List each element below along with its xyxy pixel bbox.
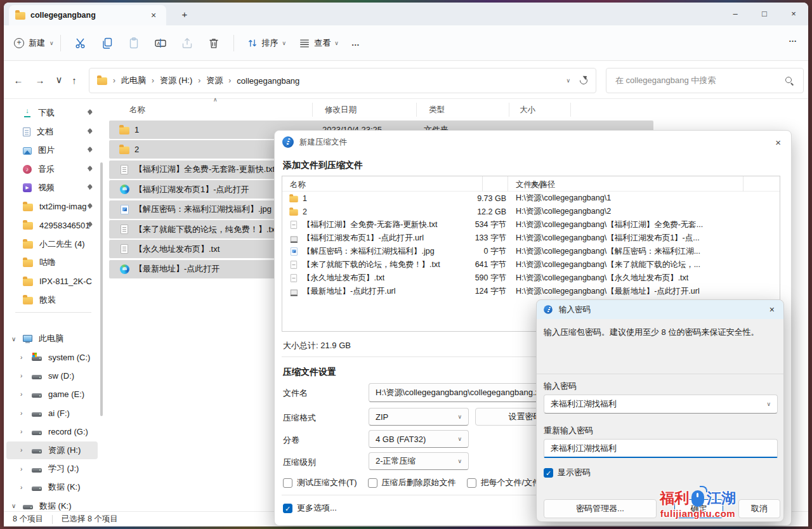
search-input[interactable]: 在 collegegangbang 中搜索 — [606, 68, 804, 93]
archive-row-4[interactable]: 【福利江湖发布页1】-点此打开.url133 字节H:\资源\collegega… — [282, 232, 780, 245]
sidebar-item-7[interactable]: 42958346501 — [6, 216, 98, 234]
tree-item-1[interactable]: ∨此电脑 — [6, 330, 98, 348]
volume-select[interactable]: 4 GB (FAT32) ∨ — [369, 430, 469, 448]
chevron-right-icon[interactable]: › — [20, 466, 22, 473]
new-button[interactable]: 新建 ∨ — [14, 37, 54, 49]
column-name[interactable]: 名称 — [290, 180, 306, 190]
show-password-checkbox[interactable]: 显示密码 — [544, 467, 591, 478]
refresh-icon[interactable] — [579, 76, 588, 85]
sort-button[interactable]: 排序 ∨ — [240, 37, 293, 49]
see-more-button[interactable]: … — [345, 38, 367, 48]
tree-item-6[interactable]: ›record (G:) — [6, 423, 98, 441]
zip-option-checkbox-1[interactable]: 测试压缩文件(T) — [283, 477, 357, 488]
close-icon[interactable]: × — [775, 137, 781, 148]
more-options-checkbox[interactable]: 更多选项... — [283, 502, 337, 514]
checkbox-checked-icon[interactable] — [283, 504, 292, 513]
share-button[interactable] — [174, 32, 200, 54]
checkbox-unchecked-icon[interactable] — [368, 478, 377, 488]
forward-button[interactable]: → — [32, 72, 48, 88]
level-select[interactable]: 2-正常压缩 ∨ — [369, 452, 469, 470]
archive-row-8[interactable]: 【最新地址】-点此打开.url124 字节H:\资源\collegegangba… — [282, 285, 780, 298]
chevron-right-icon[interactable]: › — [20, 428, 22, 435]
close-button[interactable]: × — [779, 3, 808, 24]
zip-option-checkbox-2[interactable]: 压缩后删除原始文件 — [368, 477, 456, 488]
tab-collegegangbang[interactable]: collegegangbang × — [9, 5, 166, 25]
sidebar-item-9[interactable]: 咕噜 — [6, 254, 98, 271]
archive-row-1[interactable]: 19.73 GBH:\资源\collegegangbang\1 — [282, 192, 780, 205]
chevron-down-icon[interactable]: ∨ — [11, 336, 16, 343]
tree-item-2[interactable]: ›system (C:) — [6, 348, 98, 366]
archive-file-size: 12.2 GB — [439, 207, 506, 216]
sidebar-item-label: 小二先生 (4) — [39, 238, 85, 250]
sidebar-scrollbar[interactable] — [100, 162, 103, 416]
close-icon[interactable]: × — [769, 304, 777, 315]
address-dropdown-icon[interactable]: ∨ — [566, 77, 570, 84]
tab-close-icon[interactable]: × — [147, 10, 160, 20]
column-size[interactable]: 大小 — [520, 105, 535, 115]
column-name[interactable]: 名称 — [129, 105, 145, 115]
sidebar-item-6[interactable]: txt2img-imag — [6, 198, 98, 216]
enter-password-input[interactable]: 来福利江湖找福利 ∨ — [544, 395, 778, 414]
minimize-button[interactable]: – — [721, 3, 750, 24]
sidebar-item-2[interactable]: 文档 — [6, 123, 98, 141]
chevron-right-icon[interactable]: › — [20, 410, 22, 417]
maximize-button[interactable]: □ — [750, 3, 779, 24]
paste-button[interactable] — [121, 32, 147, 54]
tree-item-8[interactable]: ›学习 (J:) — [6, 460, 98, 478]
sidebar-item-3[interactable]: 图片 — [6, 141, 98, 159]
tree-item-7[interactable]: ›资源 (H:) — [6, 441, 98, 459]
breadcrumb-separator: › — [152, 76, 154, 85]
reenter-password-input[interactable]: 来福利江湖找福利 — [544, 439, 778, 458]
password-manager-button[interactable]: 密码管理器... — [544, 499, 657, 518]
toolbar-overflow-button[interactable]: … — [789, 34, 798, 44]
breadcrumb-drive-h[interactable]: 资源 (H:) — [160, 75, 192, 86]
archive-row-5[interactable]: 【解压密码：来福利江湖找福利】.jpg0 字节H:\资源\collegegang… — [282, 245, 780, 258]
copy-button[interactable] — [94, 32, 121, 54]
archive-row-3[interactable]: 【福利江湖】全免费-无套路-更新快.txt534 字节H:\资源\college… — [282, 218, 780, 232]
recent-locations-button[interactable]: ∨ — [51, 72, 67, 88]
file-name: 【福利江湖发布页1】-点此打开 — [134, 184, 249, 195]
archive-row-7[interactable]: 【永久地址发布页】.txt590 字节H:\资源\collegegangbang… — [282, 271, 780, 285]
checkbox-unchecked-icon[interactable] — [467, 478, 476, 488]
tree-item-3[interactable]: ›sw (D:) — [6, 367, 98, 385]
breadcrumb[interactable]: › 此电脑 › 资源 (H:) › 资源 › collegegangbang ∨ — [89, 68, 596, 93]
chevron-right-icon[interactable]: › — [20, 484, 22, 491]
sidebar-item-1[interactable]: 下载 — [6, 104, 98, 122]
breadcrumb-ziyuan[interactable]: 资源 — [206, 75, 223, 86]
sidebar-item-4[interactable]: ♪音乐 — [6, 160, 98, 178]
search-icon[interactable] — [785, 76, 794, 86]
sidebar-item-5[interactable]: ▶视频 — [6, 179, 98, 197]
column-date[interactable]: 修改日期 — [325, 105, 357, 115]
checkbox-unchecked-icon[interactable] — [283, 478, 292, 488]
sidebar-item-10[interactable]: IPX-811_2K-C — [6, 273, 98, 291]
sidebar-item-8[interactable]: 小二先生 (4) — [6, 235, 98, 253]
up-button[interactable]: ↑ — [66, 72, 82, 88]
cut-button[interactable] — [67, 32, 94, 54]
chevron-right-icon[interactable]: › — [20, 354, 22, 361]
selected-count: 已选择 8 个项目 — [62, 514, 118, 525]
delete-button[interactable] — [200, 32, 227, 54]
breadcrumb-this-pc[interactable]: 此电脑 — [121, 75, 146, 86]
archive-row-6[interactable]: 【来了就能下载的论坛，纯免费！】.txt641 字节H:\资源\collegeg… — [282, 258, 780, 271]
new-tab-button[interactable]: + — [178, 8, 192, 22]
rename-button[interactable]: A — [147, 32, 174, 54]
archive-row-2[interactable]: 212.2 GBH:\资源\collegegangbang\2 — [282, 205, 780, 218]
chevron-right-icon[interactable]: › — [20, 447, 22, 454]
cancel-button[interactable]: 取消 — [738, 499, 780, 518]
view-button[interactable]: 查看 ∨ — [292, 37, 345, 49]
breadcrumb-current[interactable]: collegegangbang — [237, 76, 299, 86]
tree-item-9[interactable]: ›数据 (K:) — [6, 478, 98, 496]
chevron-down-icon[interactable]: ∨ — [11, 502, 16, 509]
tree-item-4[interactable]: ›game (E:) — [6, 386, 98, 403]
chevron-right-icon[interactable]: › — [20, 391, 22, 398]
column-path[interactable]: 文件夹路径 — [516, 180, 556, 190]
format-select[interactable]: ZIP ∨ — [369, 408, 469, 426]
tree-item-5[interactable]: ›ai (F:) — [6, 404, 98, 422]
checkbox-checked-icon[interactable] — [544, 468, 553, 478]
column-type[interactable]: 类型 — [429, 105, 445, 115]
tree-item-10[interactable]: ∨数据 (K:) — [6, 497, 98, 513]
chevron-right-icon[interactable]: › — [20, 372, 22, 379]
tree-item-label: system (C:) — [48, 353, 90, 362]
sidebar-item-11[interactable]: 散装 — [6, 291, 98, 309]
back-button[interactable]: ← — [10, 72, 27, 88]
